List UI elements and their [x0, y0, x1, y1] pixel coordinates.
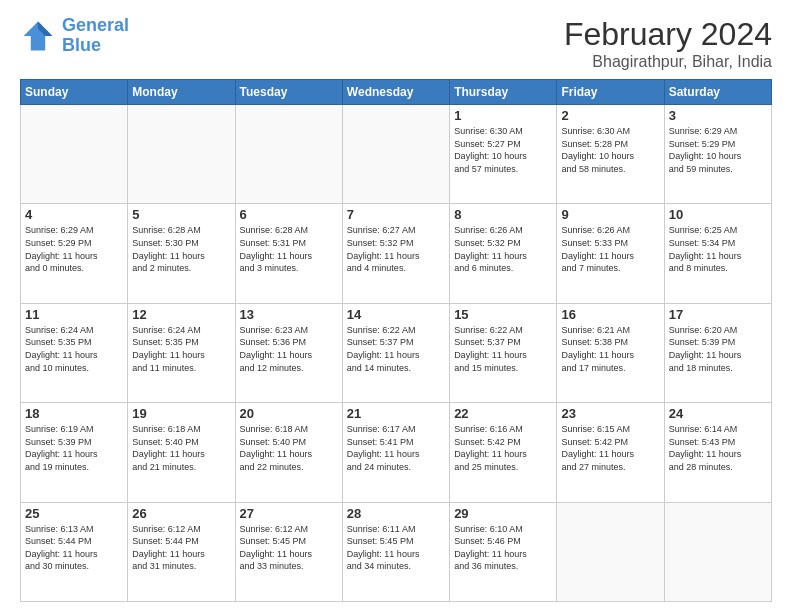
day-info: Sunrise: 6:28 AM Sunset: 5:31 PM Dayligh… [240, 224, 338, 274]
day-info: Sunrise: 6:17 AM Sunset: 5:41 PM Dayligh… [347, 423, 445, 473]
day-number: 17 [669, 307, 767, 322]
day-cell-24: 20Sunrise: 6:18 AM Sunset: 5:40 PM Dayli… [235, 403, 342, 502]
day-number: 21 [347, 406, 445, 421]
day-cell-22: 18Sunrise: 6:19 AM Sunset: 5:39 PM Dayli… [21, 403, 128, 502]
day-info: Sunrise: 6:25 AM Sunset: 5:34 PM Dayligh… [669, 224, 767, 274]
header-sunday: Sunday [21, 80, 128, 105]
day-info: Sunrise: 6:23 AM Sunset: 5:36 PM Dayligh… [240, 324, 338, 374]
day-info: Sunrise: 6:12 AM Sunset: 5:44 PM Dayligh… [132, 523, 230, 573]
day-cell-26: 22Sunrise: 6:16 AM Sunset: 5:42 PM Dayli… [450, 403, 557, 502]
day-info: Sunrise: 6:29 AM Sunset: 5:29 PM Dayligh… [25, 224, 123, 274]
day-number: 9 [561, 207, 659, 222]
day-number: 11 [25, 307, 123, 322]
day-number: 1 [454, 108, 552, 123]
day-number: 29 [454, 506, 552, 521]
day-cell-23: 19Sunrise: 6:18 AM Sunset: 5:40 PM Dayli… [128, 403, 235, 502]
day-cell-32: 28Sunrise: 6:11 AM Sunset: 5:45 PM Dayli… [342, 502, 449, 601]
day-cell-18: 14Sunrise: 6:22 AM Sunset: 5:37 PM Dayli… [342, 303, 449, 402]
day-number: 28 [347, 506, 445, 521]
logo-icon [20, 18, 56, 54]
day-info: Sunrise: 6:14 AM Sunset: 5:43 PM Dayligh… [669, 423, 767, 473]
week-row-5: 25Sunrise: 6:13 AM Sunset: 5:44 PM Dayli… [21, 502, 772, 601]
calendar-table: Sunday Monday Tuesday Wednesday Thursday… [20, 79, 772, 602]
day-cell-29: 25Sunrise: 6:13 AM Sunset: 5:44 PM Dayli… [21, 502, 128, 601]
day-number: 18 [25, 406, 123, 421]
day-cell-30: 26Sunrise: 6:12 AM Sunset: 5:44 PM Dayli… [128, 502, 235, 601]
day-cell-7: 3Sunrise: 6:29 AM Sunset: 5:29 PM Daylig… [664, 105, 771, 204]
day-cell-35 [664, 502, 771, 601]
day-number: 8 [454, 207, 552, 222]
day-info: Sunrise: 6:16 AM Sunset: 5:42 PM Dayligh… [454, 423, 552, 473]
day-number: 27 [240, 506, 338, 521]
day-cell-28: 24Sunrise: 6:14 AM Sunset: 5:43 PM Dayli… [664, 403, 771, 502]
day-info: Sunrise: 6:28 AM Sunset: 5:30 PM Dayligh… [132, 224, 230, 274]
day-cell-9: 5Sunrise: 6:28 AM Sunset: 5:30 PM Daylig… [128, 204, 235, 303]
day-info: Sunrise: 6:22 AM Sunset: 5:37 PM Dayligh… [347, 324, 445, 374]
header-monday: Monday [128, 80, 235, 105]
day-number: 2 [561, 108, 659, 123]
day-number: 16 [561, 307, 659, 322]
day-info: Sunrise: 6:24 AM Sunset: 5:35 PM Dayligh… [25, 324, 123, 374]
day-info: Sunrise: 6:19 AM Sunset: 5:39 PM Dayligh… [25, 423, 123, 473]
day-number: 12 [132, 307, 230, 322]
day-number: 13 [240, 307, 338, 322]
logo-text: General Blue [62, 16, 129, 56]
day-cell-31: 27Sunrise: 6:12 AM Sunset: 5:45 PM Dayli… [235, 502, 342, 601]
day-info: Sunrise: 6:10 AM Sunset: 5:46 PM Dayligh… [454, 523, 552, 573]
day-info: Sunrise: 6:21 AM Sunset: 5:38 PM Dayligh… [561, 324, 659, 374]
day-number: 15 [454, 307, 552, 322]
day-number: 3 [669, 108, 767, 123]
day-cell-25: 21Sunrise: 6:17 AM Sunset: 5:41 PM Dayli… [342, 403, 449, 502]
day-cell-2 [128, 105, 235, 204]
day-cell-20: 16Sunrise: 6:21 AM Sunset: 5:38 PM Dayli… [557, 303, 664, 402]
day-cell-27: 23Sunrise: 6:15 AM Sunset: 5:42 PM Dayli… [557, 403, 664, 502]
day-cell-8: 4Sunrise: 6:29 AM Sunset: 5:29 PM Daylig… [21, 204, 128, 303]
day-cell-14: 10Sunrise: 6:25 AM Sunset: 5:34 PM Dayli… [664, 204, 771, 303]
day-number: 23 [561, 406, 659, 421]
day-number: 20 [240, 406, 338, 421]
week-row-4: 18Sunrise: 6:19 AM Sunset: 5:39 PM Dayli… [21, 403, 772, 502]
header-saturday: Saturday [664, 80, 771, 105]
day-number: 6 [240, 207, 338, 222]
day-number: 7 [347, 207, 445, 222]
day-info: Sunrise: 6:26 AM Sunset: 5:32 PM Dayligh… [454, 224, 552, 274]
day-cell-19: 15Sunrise: 6:22 AM Sunset: 5:37 PM Dayli… [450, 303, 557, 402]
header: General Blue February 2024 Bhagirathpur,… [20, 16, 772, 71]
day-number: 4 [25, 207, 123, 222]
day-info: Sunrise: 6:18 AM Sunset: 5:40 PM Dayligh… [240, 423, 338, 473]
day-info: Sunrise: 6:15 AM Sunset: 5:42 PM Dayligh… [561, 423, 659, 473]
week-row-2: 4Sunrise: 6:29 AM Sunset: 5:29 PM Daylig… [21, 204, 772, 303]
day-info: Sunrise: 6:30 AM Sunset: 5:27 PM Dayligh… [454, 125, 552, 175]
day-info: Sunrise: 6:12 AM Sunset: 5:45 PM Dayligh… [240, 523, 338, 573]
day-cell-1 [21, 105, 128, 204]
page: General Blue February 2024 Bhagirathpur,… [0, 0, 792, 612]
day-cell-12: 8Sunrise: 6:26 AM Sunset: 5:32 PM Daylig… [450, 204, 557, 303]
month-year-title: February 2024 [564, 16, 772, 53]
weekday-header-row: Sunday Monday Tuesday Wednesday Thursday… [21, 80, 772, 105]
day-info: Sunrise: 6:26 AM Sunset: 5:33 PM Dayligh… [561, 224, 659, 274]
day-info: Sunrise: 6:30 AM Sunset: 5:28 PM Dayligh… [561, 125, 659, 175]
day-number: 24 [669, 406, 767, 421]
day-info: Sunrise: 6:27 AM Sunset: 5:32 PM Dayligh… [347, 224, 445, 274]
day-cell-11: 7Sunrise: 6:27 AM Sunset: 5:32 PM Daylig… [342, 204, 449, 303]
day-number: 19 [132, 406, 230, 421]
header-wednesday: Wednesday [342, 80, 449, 105]
week-row-1: 1Sunrise: 6:30 AM Sunset: 5:27 PM Daylig… [21, 105, 772, 204]
day-number: 22 [454, 406, 552, 421]
day-cell-34 [557, 502, 664, 601]
day-cell-3 [235, 105, 342, 204]
day-info: Sunrise: 6:29 AM Sunset: 5:29 PM Dayligh… [669, 125, 767, 175]
day-number: 25 [25, 506, 123, 521]
location-subtitle: Bhagirathpur, Bihar, India [564, 53, 772, 71]
week-row-3: 11Sunrise: 6:24 AM Sunset: 5:35 PM Dayli… [21, 303, 772, 402]
day-cell-16: 12Sunrise: 6:24 AM Sunset: 5:35 PM Dayli… [128, 303, 235, 402]
day-cell-21: 17Sunrise: 6:20 AM Sunset: 5:39 PM Dayli… [664, 303, 771, 402]
day-number: 26 [132, 506, 230, 521]
day-info: Sunrise: 6:22 AM Sunset: 5:37 PM Dayligh… [454, 324, 552, 374]
day-info: Sunrise: 6:18 AM Sunset: 5:40 PM Dayligh… [132, 423, 230, 473]
day-cell-17: 13Sunrise: 6:23 AM Sunset: 5:36 PM Dayli… [235, 303, 342, 402]
day-info: Sunrise: 6:20 AM Sunset: 5:39 PM Dayligh… [669, 324, 767, 374]
day-cell-33: 29Sunrise: 6:10 AM Sunset: 5:46 PM Dayli… [450, 502, 557, 601]
day-cell-13: 9Sunrise: 6:26 AM Sunset: 5:33 PM Daylig… [557, 204, 664, 303]
header-thursday: Thursday [450, 80, 557, 105]
